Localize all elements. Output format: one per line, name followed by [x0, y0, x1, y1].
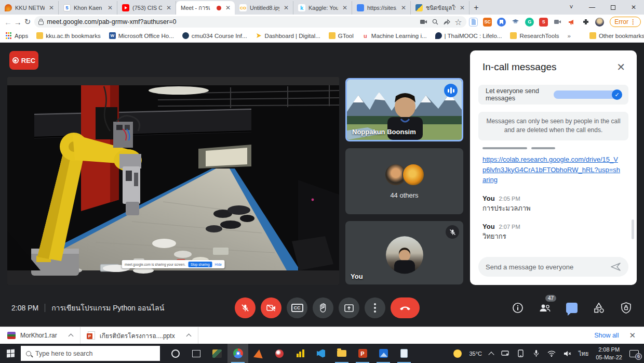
- taskbar-obs[interactable]: [207, 344, 227, 363]
- tab-google-sites[interactable]: https://sites.goog ✕: [352, 1, 411, 15]
- tray-overflow-chevron-icon[interactable]: [488, 352, 494, 357]
- tab-numpy-thai[interactable]: ชนิดข้อมูลใน NumP ✕: [411, 1, 469, 15]
- menu-kebab-icon[interactable]: ⋮: [630, 18, 636, 25]
- doc-extension-icon[interactable]: [469, 18, 478, 27]
- chat-scrollbar[interactable]: [632, 219, 634, 239]
- bookmark-star-icon[interactable]: ☆: [454, 18, 462, 26]
- tab-youtube-cis[interactable]: (753) CIS Comput ✕: [117, 1, 176, 15]
- tab-kaggle[interactable]: k Kaggle: Your Mac ✕: [293, 1, 352, 15]
- tab-kku-network[interactable]: KKU NETWORK | S ✕: [0, 1, 59, 15]
- tab-close-icon[interactable]: ✕: [106, 4, 114, 11]
- language-indicator[interactable]: ไทย: [579, 349, 588, 358]
- present-screen-button[interactable]: [339, 297, 359, 318]
- bookmark-thaimooc[interactable]: | ThaiMOOC : Lifelo...: [435, 32, 502, 39]
- download-item-pptx[interactable]: เกียรติบัตรโครงการอ....pptx: [81, 327, 198, 344]
- bookmark-extension-icon[interactable]: [497, 18, 506, 27]
- bookmark-dashboard[interactable]: Dashboard | Digital...: [256, 32, 320, 39]
- participant-tile-you[interactable]: You: [345, 221, 463, 284]
- bookmark-gtool-folder[interactable]: GTool: [329, 32, 354, 39]
- back-button[interactable]: ←: [3, 16, 13, 28]
- gradcap-extension-icon[interactable]: [511, 18, 520, 27]
- bookmark-udemy-ml[interactable]: u Machine Learning i...: [362, 32, 427, 39]
- share-icon[interactable]: [442, 18, 451, 26]
- taskbar-task-view[interactable]: [186, 344, 207, 363]
- profile-avatar[interactable]: [595, 18, 604, 27]
- taskbar-snipping-tool[interactable]: [269, 344, 290, 363]
- participant-tile-speaker[interactable]: Noppakun Boonsim: [345, 78, 463, 141]
- forward-button[interactable]: →: [13, 16, 23, 28]
- reload-button[interactable]: ↻: [23, 16, 33, 28]
- taskbar-photos[interactable]: [373, 344, 394, 363]
- extensions-puzzle-icon[interactable]: [581, 18, 590, 27]
- stop-sharing-button[interactable]: Stop sharing: [188, 262, 212, 267]
- tab-close-icon[interactable]: ✕: [400, 4, 407, 11]
- tab-colab-notebook[interactable]: CO Untitled8.ipynb ✕: [235, 1, 293, 15]
- hide-share-bar-button[interactable]: Hide: [215, 263, 222, 266]
- taskbar-powerpoint[interactable]: P: [352, 344, 373, 363]
- zoom-icon[interactable]: [431, 18, 439, 26]
- error-chip[interactable]: Error ⋮: [610, 17, 641, 27]
- meeting-details-button[interactable]: [511, 301, 525, 315]
- new-tab-button[interactable]: +: [469, 1, 483, 15]
- s-extension-icon[interactable]: S: [539, 18, 548, 27]
- tab-khon-kaen[interactable]: 5 Khon Kaen Univer ✕: [59, 1, 117, 15]
- taskbar-notepad[interactable]: [394, 344, 414, 363]
- more-options-button[interactable]: [365, 297, 385, 318]
- tab-close-icon[interactable]: ✕: [224, 4, 232, 11]
- tab-close-icon[interactable]: ✕: [165, 4, 172, 11]
- show-all-downloads-button[interactable]: Show all: [594, 332, 619, 339]
- lock-icon[interactable]: [38, 21, 44, 25]
- tab-close-icon[interactable]: ✕: [341, 4, 348, 11]
- scopus-extension-icon[interactable]: SC: [483, 18, 492, 27]
- bookmark-cmu034[interactable]: cmu034 Course Inf...: [182, 32, 247, 39]
- captions-button[interactable]: CC: [287, 297, 307, 318]
- mic-off-button[interactable]: [235, 297, 256, 318]
- close-window-button[interactable]: ✕: [623, 0, 644, 15]
- download-menu-chevron-icon[interactable]: [68, 334, 73, 339]
- taskbar-clock[interactable]: 2:08 PM 05-Mar-22: [596, 346, 622, 361]
- address-bar[interactable]: meet.google.com/pab-grmw-xmf?authuser=0 …: [34, 16, 466, 28]
- bookmarks-overflow-button[interactable]: »: [567, 33, 570, 39]
- start-button[interactable]: [0, 344, 21, 363]
- other-bookmarks-button[interactable]: Other bookmarks: [589, 32, 644, 39]
- bookmark-kku-folder[interactable]: kku.ac.th bookmarks: [36, 32, 100, 39]
- bookmark-researchtools-folder[interactable]: ResearchTools: [510, 32, 559, 39]
- taskbar-vscode[interactable]: [311, 344, 331, 363]
- grammarly-extension-icon[interactable]: G: [525, 18, 534, 27]
- action-center-icon[interactable]: 6: [629, 350, 639, 357]
- allow-messages-toggle-row[interactable]: Let everyone send messages: [478, 85, 628, 105]
- download-menu-chevron-icon[interactable]: [186, 334, 191, 339]
- display-tray-icon[interactable]: [501, 349, 509, 358]
- url-text[interactable]: meet.google.com/pab-grmw-xmf?authuser=0: [47, 18, 417, 25]
- taskbar-cortana[interactable]: [165, 344, 186, 363]
- taskbar-matlab[interactable]: [248, 344, 269, 363]
- chat-message-input[interactable]: [486, 263, 607, 271]
- raise-hand-button[interactable]: [313, 297, 333, 318]
- toggle-switch[interactable]: [554, 90, 622, 99]
- tab-meet-active[interactable]: Meet - การเ ✕: [176, 1, 235, 15]
- close-downloads-bar-icon[interactable]: ✕: [629, 331, 636, 340]
- maximize-button[interactable]: [602, 0, 623, 15]
- mic-tray-icon[interactable]: [532, 349, 540, 358]
- weather-sun-icon[interactable]: [453, 349, 462, 358]
- screen-capture-icon[interactable]: [420, 18, 428, 26]
- tab-close-icon[interactable]: ✕: [48, 4, 55, 11]
- shared-screen-video[interactable]: meet.google.com is sharing your screen. …: [7, 77, 339, 285]
- taskbar-file-explorer[interactable]: [331, 344, 352, 363]
- volume-muted-tray-icon[interactable]: [563, 349, 571, 358]
- download-item-rar[interactable]: MorKhor1.rar: [0, 327, 81, 344]
- tab-search-chevron-icon[interactable]: ˅: [561, 0, 582, 15]
- camera-off-button[interactable]: [261, 297, 281, 318]
- taskbar-search-input[interactable]: [35, 350, 139, 357]
- activities-button[interactable]: [592, 301, 606, 315]
- host-controls-button[interactable]: [619, 301, 633, 315]
- phone-tray-icon[interactable]: [516, 349, 525, 358]
- send-icon[interactable]: [611, 262, 621, 271]
- bookmark-apps[interactable]: Apps: [5, 32, 28, 39]
- taskbar-power-bi[interactable]: [290, 344, 311, 363]
- weather-temp[interactable]: 35°C: [469, 351, 482, 357]
- minimize-button[interactable]: —: [582, 0, 602, 15]
- taskbar-search[interactable]: [21, 346, 160, 361]
- colab-link[interactable]: https://colab.research.google.com/drive/…: [482, 155, 620, 184]
- screencast-extension-icon[interactable]: [553, 18, 562, 27]
